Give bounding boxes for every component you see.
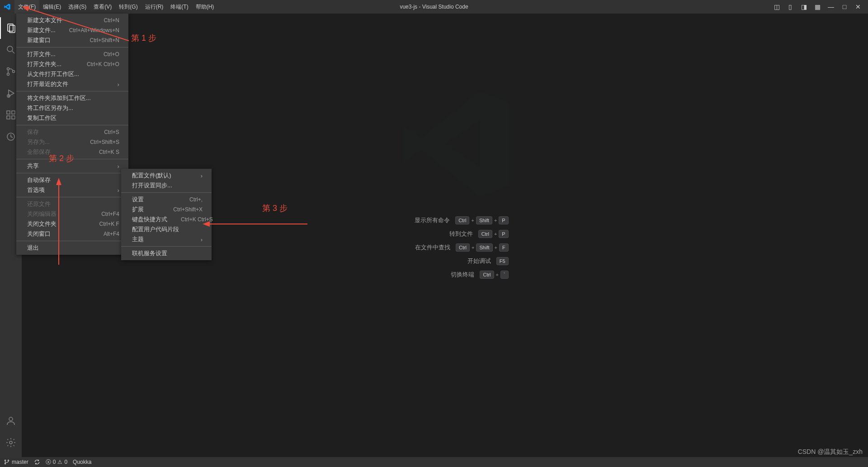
plus-separator: + <box>494 231 497 237</box>
plus-separator: + <box>471 218 474 223</box>
menu-item-shortcut: Ctrl+Alt+Windows+N <box>69 27 119 33</box>
menu-item[interactable]: 自动保存 <box>16 175 128 185</box>
menu-item-shortcut: Ctrl+K Ctrl+S <box>181 216 213 223</box>
menu-item[interactable]: 主题› <box>121 234 212 244</box>
shortcut-keys: Ctrl+P <box>478 230 509 238</box>
menu-item-label: 打开文件... <box>27 50 56 58</box>
menu-separator <box>16 47 128 48</box>
menu-item[interactable]: 配置文件(默认)› <box>121 171 212 181</box>
svg-marker-7 <box>9 90 14 96</box>
menu-help[interactable]: 帮助(H) <box>192 0 218 14</box>
svg-point-16 <box>5 460 5 461</box>
menu-item[interactable]: 复制工作区 <box>16 113 128 123</box>
menu-item-label: 扩展 <box>132 205 144 214</box>
menu-separator <box>16 173 128 173</box>
menu-item-shortcut: Ctrl+Shift+X <box>173 206 203 213</box>
menu-item[interactable]: 打开文件夹...Ctrl+K Ctrl+O <box>16 59 128 69</box>
shortcut-label: 开始调试 <box>446 257 491 265</box>
menu-go[interactable]: 转到(G) <box>115 0 141 14</box>
menu-item[interactable]: 新建文本文件Ctrl+N <box>16 15 128 25</box>
layout-panel-icon[interactable]: ▯ <box>784 0 797 14</box>
layout-side-icon[interactable]: ◨ <box>797 0 810 14</box>
shortcut-row: 在文件中查找Ctrl+Shift+F <box>405 243 508 252</box>
layout-custom-icon[interactable]: ▦ <box>811 0 824 14</box>
error-icon: ⓧ <box>46 458 51 466</box>
menu-item[interactable]: 设置Ctrl+, <box>121 195 212 205</box>
menu-item-label: 主题 <box>132 235 144 243</box>
menu-item-label: 键盘快捷方式 <box>132 215 167 224</box>
keycap: F5 <box>496 257 509 265</box>
vscode-watermark-icon <box>398 85 515 203</box>
menu-item-label: 将文件夹添加到工作区... <box>27 94 91 102</box>
keycap: F <box>499 243 509 252</box>
menu-item-label: 从文件打开工作区... <box>27 70 79 78</box>
menu-item[interactable]: 扩展Ctrl+Shift+X <box>121 205 212 214</box>
close-button[interactable]: ✕ <box>852 0 864 14</box>
chevron-right-icon: › <box>118 187 119 194</box>
menu-item[interactable]: 退出 <box>16 243 128 253</box>
menu-item-shortcut: Alt+F4 <box>104 231 119 237</box>
shortcut-label: 在文件中查找 <box>405 243 450 252</box>
shortcut-label: 切换终端 <box>429 271 474 279</box>
menu-item-label: 打开设置同步... <box>132 181 172 190</box>
menu-item-label: 全部保存 <box>27 148 51 156</box>
shortcut-keys: Ctrl+` <box>480 271 508 279</box>
menu-item[interactable]: 共享› <box>16 161 128 171</box>
menu-item-shortcut: Ctrl+Shift+S <box>90 139 119 145</box>
menu-item[interactable]: 新建窗口Ctrl+Shift+N <box>16 35 128 45</box>
problems-status[interactable]: ⓧ0 ⚠0 <box>46 458 67 466</box>
warning-icon: ⚠ <box>57 459 62 465</box>
menu-item[interactable]: 新建文件...Ctrl+Alt+Windows+N <box>16 25 128 35</box>
menu-item: 关闭编辑器Ctrl+F4 <box>16 209 128 219</box>
menu-view[interactable]: 查看(V) <box>90 0 115 14</box>
menu-item[interactable]: 配置用户代码片段 <box>121 224 212 234</box>
menu-item[interactable]: 打开最近的文件› <box>16 79 128 89</box>
menu-separator <box>16 125 128 125</box>
layout-primary-icon[interactable]: ◫ <box>770 0 783 14</box>
quokka-status[interactable]: Quokka <box>73 459 91 465</box>
menu-run[interactable]: 运行(R) <box>142 0 167 14</box>
branch-status[interactable]: master <box>4 459 28 465</box>
plus-separator: + <box>472 245 474 250</box>
menu-item-label: 共享 <box>27 162 39 170</box>
menu-edit[interactable]: 编辑(E) <box>39 0 65 14</box>
menu-item-label: 配置文件(默认) <box>132 172 171 180</box>
menu-file[interactable]: 文件(F) <box>14 0 39 14</box>
maximize-button[interactable]: □ <box>838 0 851 14</box>
menu-item[interactable]: 关闭文件夹Ctrl+K F <box>16 219 128 229</box>
menu-separator <box>121 246 212 247</box>
sync-icon <box>34 459 40 465</box>
settings-gear-icon[interactable] <box>0 432 22 453</box>
shortcut-label: 转到文件 <box>428 230 473 238</box>
svg-point-18 <box>8 460 9 461</box>
menu-item[interactable]: 联机服务设置 <box>121 248 212 258</box>
menu-item[interactable]: 键盘快捷方式Ctrl+K Ctrl+S <box>121 214 212 224</box>
sync-status[interactable] <box>34 459 40 465</box>
menu-item: 另存为...Ctrl+Shift+S <box>16 137 128 147</box>
file-menu-dropdown: 新建文本文件Ctrl+N新建文件...Ctrl+Alt+Windows+N新建窗… <box>16 14 128 255</box>
menu-item[interactable]: 关闭窗口Alt+F4 <box>16 229 128 239</box>
menu-item-shortcut: Ctrl+K F <box>99 221 119 227</box>
svg-point-2 <box>7 46 13 52</box>
menu-item-label: 将工作区另存为... <box>27 104 73 112</box>
menu-item: 还原文件 <box>16 199 128 209</box>
accounts-icon[interactable] <box>0 410 22 432</box>
menu-item[interactable]: 首选项› <box>16 185 128 195</box>
minimize-button[interactable]: — <box>825 0 837 14</box>
shortcut-label: 显示所有命令 <box>405 216 450 224</box>
menubar: 文件(F) 编辑(E) 选择(S) 查看(V) 转到(G) 运行(R) 终端(T… <box>14 0 217 14</box>
menu-item[interactable]: 打开文件...Ctrl+O <box>16 49 128 59</box>
menu-item-label: 新建窗口 <box>27 36 51 44</box>
menu-select[interactable]: 选择(S) <box>65 0 90 14</box>
menu-item[interactable]: 打开设置同步... <box>121 181 212 191</box>
menu-item-shortcut: Ctrl+N <box>104 17 119 24</box>
menu-separator <box>16 197 128 197</box>
chevron-right-icon: › <box>118 81 119 88</box>
menu-item-shortcut: Ctrl+Shift+N <box>90 37 119 43</box>
menu-item[interactable]: 从文件打开工作区... <box>16 69 128 79</box>
keycap: Ctrl <box>478 230 492 238</box>
menu-item[interactable]: 将文件夹添加到工作区... <box>16 93 128 103</box>
menu-terminal[interactable]: 终端(T) <box>167 0 192 14</box>
menu-item: 全部保存Ctrl+K S <box>16 147 128 157</box>
menu-item[interactable]: 将工作区另存为... <box>16 103 128 113</box>
